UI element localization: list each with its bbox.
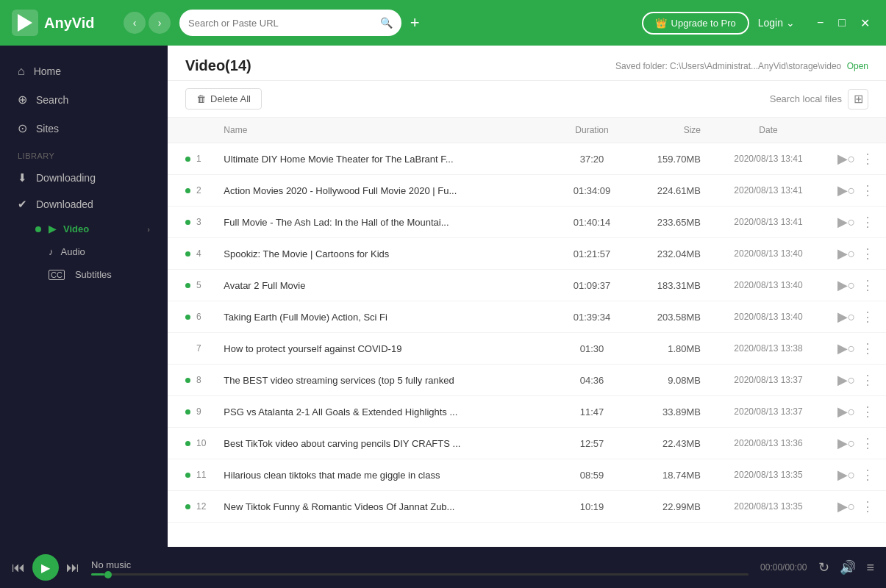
- row-play-button[interactable]: ▶○: [837, 342, 856, 355]
- search-local-button[interactable]: ⊞: [848, 89, 868, 110]
- row-date: 2020/08/13 13:41: [710, 143, 827, 175]
- row-actions: ▶○ ⋮: [827, 238, 886, 270]
- row-num-cell: 1: [168, 143, 215, 175]
- login-button[interactable]: Login ⌄: [758, 17, 795, 29]
- row-num-cell: 5: [168, 270, 215, 301]
- row-more-button[interactable]: ⋮: [858, 277, 877, 293]
- video-label: Video: [63, 223, 89, 234]
- row-number: 9: [196, 406, 201, 417]
- play-pause-button[interactable]: ▶: [32, 554, 59, 581]
- col-header-duration: Duration: [548, 118, 636, 143]
- row-actions: ▶○ ⋮: [827, 270, 886, 301]
- sidebar-item-downloading[interactable]: ⬇ Downloading: [0, 165, 168, 191]
- row-size: 232.04MB: [636, 238, 710, 270]
- row-play-button[interactable]: ▶○: [837, 215, 856, 229]
- row-dot: [185, 378, 190, 383]
- sidebar-item-video[interactable]: ▶ Video ›: [0, 218, 168, 240]
- prev-button[interactable]: ⏮: [12, 560, 25, 576]
- track-title: No music: [91, 559, 749, 570]
- row-more-button[interactable]: ⋮: [858, 404, 877, 420]
- delete-all-button[interactable]: 🗑 Delete All: [185, 88, 262, 110]
- row-play-button[interactable]: ▶○: [837, 405, 856, 418]
- row-play-button[interactable]: ▶○: [837, 184, 856, 197]
- main-layout: ⌂ Home ⊕ Search ⊙ Sites Library ⬇ Downlo…: [0, 46, 886, 547]
- row-play-button[interactable]: ▶○: [837, 310, 856, 323]
- sidebar-item-search[interactable]: ⊕ Search: [0, 85, 168, 114]
- row-actions: ▶○ ⋮: [827, 396, 886, 428]
- minimize-button[interactable]: −: [812, 15, 828, 32]
- row-date: 2020/08/13 13:37: [710, 396, 827, 428]
- row-play-button[interactable]: ▶○: [837, 468, 856, 481]
- row-name: Best TikTok video about carving pencils …: [224, 438, 488, 449]
- row-more-button[interactable]: ⋮: [858, 372, 877, 388]
- time-display: 00:00/00:00: [760, 562, 807, 573]
- app-logo: AnyVid: [12, 10, 115, 36]
- row-play-button[interactable]: ▶○: [837, 279, 856, 292]
- row-play-button[interactable]: ▶○: [837, 373, 856, 387]
- subtitles-icon: CC: [49, 270, 65, 280]
- player-controls: ⏮ ▶ ⏭: [12, 554, 79, 581]
- row-more-button[interactable]: ⋮: [858, 435, 877, 451]
- row-duration: 08:59: [548, 459, 636, 491]
- row-play-button[interactable]: ▶○: [837, 247, 856, 260]
- row-play-button[interactable]: ▶○: [837, 152, 856, 165]
- row-more-button[interactable]: ⋮: [858, 151, 877, 167]
- playlist-button[interactable]: ≡: [866, 560, 874, 576]
- nav-arrows: ‹ ›: [124, 12, 171, 34]
- sidebar-item-subtitles[interactable]: CC Subtitles: [0, 263, 168, 286]
- row-duration: 01:09:37: [548, 270, 636, 301]
- row-actions: ▶○ ⋮: [827, 428, 886, 459]
- row-date: 2020/08/13 13:41: [710, 207, 827, 238]
- track-progress-bar[interactable]: [91, 573, 749, 576]
- row-date: 2020/08/13 13:41: [710, 175, 827, 207]
- next-button[interactable]: ⏭: [66, 560, 79, 576]
- row-more-button[interactable]: ⋮: [858, 309, 877, 325]
- row-number: 8: [196, 375, 201, 385]
- row-dot: [185, 473, 190, 478]
- open-folder-link[interactable]: Open: [847, 61, 868, 71]
- search-icon: 🔍: [380, 17, 393, 29]
- sidebar-item-sites[interactable]: ⊙ Sites: [0, 114, 168, 143]
- url-search-bar: 🔍: [179, 10, 401, 36]
- row-name: Action Movies 2020 - Hollywood Full Movi…: [224, 185, 488, 196]
- sidebar-item-home[interactable]: ⌂ Home: [0, 57, 168, 85]
- volume-button[interactable]: 🔊: [840, 559, 856, 576]
- row-actions: ▶○ ⋮: [827, 301, 886, 333]
- row-duration: 12:57: [548, 428, 636, 459]
- app-header: AnyVid ‹ › 🔍 + 👑 Upgrade to Pro Login ⌄ …: [0, 0, 886, 46]
- sidebar-sites-label: Sites: [36, 123, 59, 135]
- row-num-cell: 4: [168, 238, 215, 270]
- row-more-button[interactable]: ⋮: [858, 245, 877, 262]
- upgrade-button[interactable]: 👑 Upgrade to Pro: [642, 12, 749, 35]
- row-more-button[interactable]: ⋮: [858, 467, 877, 483]
- search-icon: ⊕: [18, 93, 27, 107]
- row-num-cell: 7: [168, 333, 215, 365]
- forward-button[interactable]: ›: [149, 12, 171, 34]
- video-dot: [35, 226, 41, 232]
- row-play-button[interactable]: ▶○: [837, 437, 856, 450]
- row-play-button[interactable]: ▶○: [837, 500, 856, 513]
- row-num-cell: 3: [168, 207, 215, 238]
- add-button[interactable]: +: [410, 15, 420, 31]
- row-more-button[interactable]: ⋮: [858, 498, 877, 514]
- back-button[interactable]: ‹: [124, 12, 146, 34]
- row-dot: [185, 504, 190, 509]
- row-more-button[interactable]: ⋮: [858, 340, 877, 356]
- sidebar-item-downloaded[interactable]: ✔ Downloaded: [0, 191, 168, 218]
- row-more-button[interactable]: ⋮: [858, 214, 877, 230]
- row-more-button[interactable]: ⋮: [858, 182, 877, 198]
- sites-icon: ⊙: [18, 121, 27, 135]
- row-name: Avatar 2 Full Movie: [224, 280, 488, 291]
- row-name-cell: Taking Earth (Full Movie) Action, Sci Fi: [215, 301, 548, 333]
- row-name-cell: PSG vs Atalanta 2-1 All Goals & Extended…: [215, 396, 548, 428]
- crown-icon: 👑: [655, 18, 667, 29]
- maximize-button[interactable]: □: [834, 15, 850, 32]
- row-dot: [185, 251, 190, 257]
- row-size: 22.99MB: [636, 491, 710, 523]
- close-button[interactable]: ✕: [856, 15, 874, 32]
- row-name: Hilarious clean tiktoks that made me gig…: [224, 470, 488, 481]
- repeat-button[interactable]: ↻: [818, 559, 829, 576]
- row-num-cell: 12: [168, 491, 215, 523]
- sidebar-item-audio[interactable]: ♪ Audio: [0, 240, 168, 263]
- url-search-input[interactable]: [188, 18, 374, 29]
